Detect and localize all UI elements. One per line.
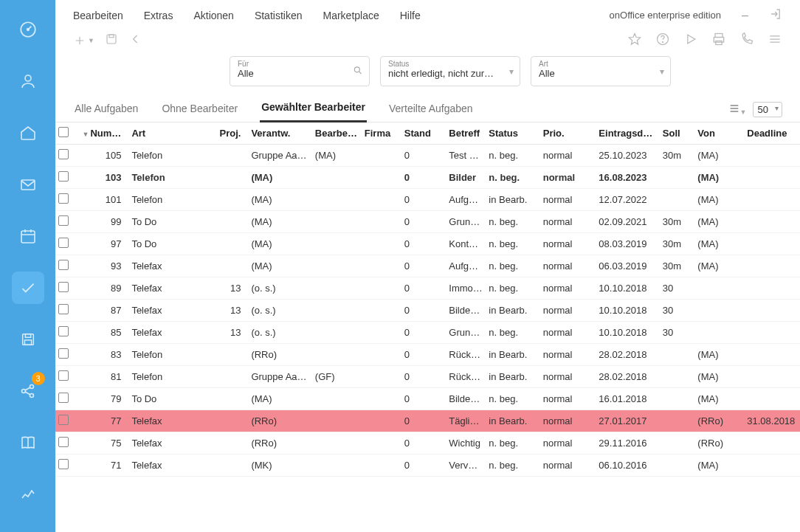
table-row[interactable]: 81TelefonGruppe Aa…(GF)0Rückr…in Bearb.n… (55, 366, 800, 388)
table-row[interactable]: 103Telefon(MA)0Bildern. beg.normal16.08.… (55, 167, 800, 189)
table-row[interactable]: 83Telefon(RRo)0Rückr…in Bearb.normal28.0… (55, 344, 800, 366)
cell-betreff: Grun… (446, 211, 486, 233)
svg-rect-6 (25, 334, 30, 338)
header-stand[interactable]: Stand (401, 122, 446, 145)
header-bearbeiter[interactable]: Bearbei… (312, 122, 362, 145)
table-row[interactable]: 77Telefax(RRo)0Täglic…in Bearb.normal27.… (55, 410, 800, 432)
sidebar-dashboard[interactable] (12, 13, 44, 46)
table-row[interactable]: 99To Do(MA)0Grun…n. beg.normal02.09.2021… (55, 211, 800, 233)
row-checkbox[interactable] (55, 167, 79, 189)
table-row[interactable]: 71Telefax(MK)0Verv…n. beg.normal06.10.20… (55, 455, 800, 477)
help-button[interactable] (655, 32, 670, 49)
row-checkbox[interactable] (55, 233, 79, 255)
row-checkbox[interactable] (55, 277, 79, 300)
header-betreff[interactable]: Betreff (446, 122, 486, 145)
sidebar-tasks[interactable] (12, 272, 44, 304)
menu-statistiken[interactable]: Statistiken (255, 10, 303, 21)
cell-soll: 30m (660, 233, 695, 255)
filter-status[interactable]: Status nicht erledigt, nicht zurü… ▾ (380, 56, 520, 86)
filter-fuer[interactable]: Für Alle (230, 56, 370, 86)
sidebar-stats[interactable] (12, 478, 44, 511)
header-soll[interactable]: Soll (660, 122, 695, 145)
minimize-button[interactable]: – (742, 9, 748, 22)
mail-icon (19, 176, 37, 193)
page-size-select[interactable]: 50 (753, 102, 782, 117)
cell-prio: normal (540, 300, 596, 322)
sidebar-network[interactable]: 3 (12, 375, 44, 407)
header-num[interactable]: ▼Num… (79, 122, 128, 145)
table-row[interactable]: 93Telefax(MA)0Aufga…n. beg.normal06.03.2… (55, 255, 800, 277)
row-checkbox[interactable] (55, 189, 79, 211)
header-art[interactable]: Art (128, 122, 210, 145)
menu-marketplace[interactable]: Marketplace (323, 10, 379, 21)
row-checkbox[interactable] (55, 344, 79, 366)
tab-ohne-bearbeiter[interactable]: Ohne Bearbeiter (160, 97, 239, 122)
row-checkbox[interactable] (55, 300, 79, 322)
menu-button[interactable] (768, 32, 782, 49)
cell-verantw: (RRo) (248, 410, 311, 432)
cell-deadline (744, 322, 800, 344)
header-von[interactable]: Von (694, 122, 744, 145)
menu-extras[interactable]: Extras (144, 10, 173, 21)
list-view-icon[interactable]: ▼ (728, 103, 747, 117)
sidebar-save[interactable] (12, 323, 44, 356)
cell-soll (660, 432, 695, 455)
table-row[interactable]: 85Telefax13(o. s.)0Grun…n. beg.normal10.… (55, 322, 800, 344)
row-checkbox[interactable] (55, 410, 79, 432)
cell-betreff: Bilder… (446, 388, 486, 410)
row-checkbox[interactable] (55, 455, 79, 477)
sidebar-properties[interactable] (12, 117, 44, 149)
row-checkbox[interactable] (55, 255, 79, 277)
phone-button[interactable] (739, 32, 754, 49)
table-row[interactable]: 89Telefax13(o. s.)0Immo…n. beg.normal10.… (55, 277, 800, 300)
sidebar-docs[interactable] (12, 426, 44, 459)
header-deadline[interactable]: Deadline (744, 122, 800, 145)
cell-firma (362, 432, 401, 455)
cell-verantw: (MA) (248, 211, 311, 233)
header-verantw[interactable]: Verantw. (248, 122, 311, 145)
cell-betreff: Konta… (446, 233, 486, 255)
cell-von: (MA) (694, 211, 744, 233)
sidebar-contacts[interactable] (12, 65, 44, 97)
menu-hilfe[interactable]: Hilfe (400, 10, 421, 21)
tab-alle-aufgaben[interactable]: Alle Aufgaben (73, 97, 139, 122)
row-checkbox[interactable] (55, 211, 79, 233)
back-button[interactable] (128, 32, 143, 49)
header-status[interactable]: Status (486, 122, 539, 145)
header-eintrag[interactable]: Eintragsd… (596, 122, 659, 145)
tab-verteilte-aufgaben[interactable]: Verteilte Aufgaben (387, 97, 475, 122)
print-button[interactable] (711, 32, 726, 49)
sidebar-mail[interactable] (12, 168, 44, 201)
cell-proj (210, 233, 249, 255)
cell-eintrag: 16.01.2018 (596, 388, 659, 410)
table-row[interactable]: 75Telefax(RRo)0Wichtign. beg.normal29.11… (55, 432, 800, 455)
table-row[interactable]: 101Telefon(MA)0Aufga…in Bearb.normal12.0… (55, 189, 800, 211)
row-checkbox[interactable] (55, 366, 79, 388)
exit-icon[interactable] (769, 7, 782, 23)
filter-art[interactable]: Art Alle ▾ (531, 56, 671, 86)
header-firma[interactable]: Firma (362, 122, 401, 145)
row-checkbox[interactable] (55, 388, 79, 410)
menu-aktionen[interactable]: Aktionen (193, 10, 233, 21)
header-checkbox[interactable] (55, 122, 79, 145)
save-button[interactable] (105, 32, 118, 48)
row-checkbox[interactable] (55, 322, 79, 344)
cell-prio: normal (540, 145, 596, 167)
header-proj[interactable]: Proj. (210, 122, 249, 145)
play-button[interactable] (683, 32, 698, 49)
add-button[interactable]: ▼ (73, 34, 94, 47)
row-checkbox[interactable] (55, 145, 79, 167)
header-prio[interactable]: Prio. (540, 122, 596, 145)
cell-proj (210, 366, 249, 388)
table-row[interactable]: 105TelefonGruppe Aa…(MA)0Test …n. beg.no… (55, 145, 800, 167)
star-button[interactable] (627, 32, 642, 49)
row-checkbox[interactable] (55, 432, 79, 455)
table-row[interactable]: 87Telefax13(o. s.)0Bilder…in Bearb.norma… (55, 300, 800, 322)
cell-stand: 0 (401, 410, 446, 432)
table-row[interactable]: 79To Do(MA)0Bilder…n. beg.normal16.01.20… (55, 388, 800, 410)
menu-bearbeiten[interactable]: Bearbeiten (73, 10, 123, 21)
sidebar-calendar[interactable] (12, 220, 44, 252)
table-row[interactable]: 97To Do(MA)0Konta…n. beg.normal08.03.201… (55, 233, 800, 255)
cell-betreff: Rückr… (446, 344, 486, 366)
tab-gewaehlter-bearbeiter[interactable]: Gewählter Bearbeiter (260, 95, 367, 122)
